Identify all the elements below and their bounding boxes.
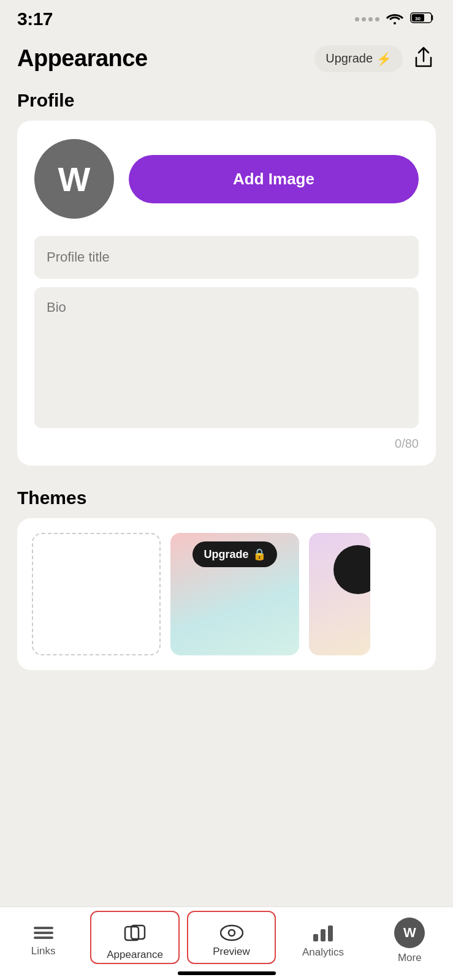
page-header: Appearance Upgrade ⚡ — [0, 33, 453, 79]
page-title: Appearance — [17, 45, 148, 72]
svg-point-9 — [229, 930, 235, 936]
svg-rect-3 — [34, 927, 53, 929]
nav-links[interactable]: Links — [0, 907, 86, 968]
svg-point-8 — [221, 925, 243, 940]
home-indicator — [178, 971, 276, 975]
nav-analytics[interactable]: Analytics — [280, 907, 366, 968]
avatar: W — [34, 139, 114, 219]
upgrade-label: Upgrade — [325, 51, 373, 66]
more-label: More — [398, 952, 422, 964]
main-content: Profile W Add Image 0/80 Themes U — [0, 79, 453, 768]
status-icons: 30 — [355, 11, 436, 27]
status-bar: 3:17 30 — [0, 0, 453, 33]
preview-icon — [220, 924, 243, 942]
upgrade-button[interactable]: Upgrade ⚡ — [314, 45, 403, 72]
preview-label: Preview — [213, 946, 249, 958]
upgrade-badge-label: Upgrade — [204, 548, 248, 561]
avatar-row: W Add Image — [34, 139, 419, 219]
profile-section-title: Profile — [17, 90, 436, 111]
nav-preview[interactable]: Preview — [187, 911, 276, 964]
appearance-icon — [123, 921, 147, 945]
analytics-label: Analytics — [302, 946, 344, 959]
svg-rect-12 — [328, 925, 333, 941]
themes-row: Upgrade 🔒 — [32, 533, 421, 655]
bio-input[interactable] — [34, 287, 419, 428]
more-avatar-letter: W — [403, 925, 416, 941]
svg-rect-5 — [34, 937, 53, 939]
more-avatar: W — [394, 918, 425, 948]
analytics-icon — [312, 923, 334, 943]
theme-circle-decoration — [333, 545, 370, 594]
links-label: Links — [31, 945, 56, 957]
avatar-letter: W — [58, 159, 91, 199]
svg-rect-10 — [313, 934, 318, 941]
share-button[interactable] — [411, 44, 436, 73]
themes-section: Themes Upgrade 🔒 — [17, 488, 436, 670]
links-icon — [32, 924, 55, 941]
bottom-nav: Links Appearance Preview — [0, 907, 453, 980]
theme-item-purple[interactable] — [309, 533, 370, 655]
appearance-label: Appearance — [107, 949, 163, 961]
nav-more[interactable]: W More — [367, 907, 453, 968]
bio-counter: 0/80 — [34, 437, 419, 451]
status-time: 3:17 — [17, 9, 53, 29]
profile-card: W Add Image 0/80 — [17, 121, 436, 466]
svg-rect-4 — [34, 932, 53, 934]
header-actions: Upgrade ⚡ — [314, 44, 436, 73]
svg-rect-11 — [321, 929, 325, 941]
svg-text:30: 30 — [415, 16, 421, 21]
add-image-button[interactable]: Add Image — [129, 155, 419, 203]
upgrade-badge: Upgrade 🔒 — [192, 541, 276, 567]
upgrade-icon: ⚡ — [376, 51, 392, 66]
themes-section-title: Themes — [17, 488, 436, 508]
battery-icon: 30 — [410, 11, 436, 27]
nav-appearance[interactable]: Appearance — [90, 911, 179, 964]
themes-card: Upgrade 🔒 — [17, 518, 436, 670]
signal-icon — [355, 17, 379, 21]
profile-title-input[interactable] — [34, 236, 419, 279]
wifi-icon — [386, 11, 404, 27]
lock-icon: 🔒 — [253, 548, 266, 561]
theme-item-pink[interactable]: Upgrade 🔒 — [170, 533, 299, 655]
theme-item-blank[interactable] — [32, 533, 161, 655]
